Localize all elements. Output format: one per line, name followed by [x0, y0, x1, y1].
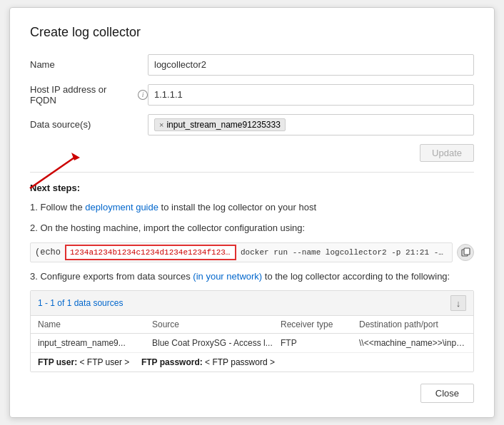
datasource-input[interactable]: × input_stream_name91235333: [148, 114, 474, 135]
create-log-collector-dialog: Create log collector Name Host IP addres…: [9, 7, 495, 419]
host-row: Host IP address or FQDN i: [30, 84, 474, 106]
command-prefix: (echo: [31, 245, 65, 260]
col-header-name: Name: [38, 319, 152, 329]
ftp-user-label: FTP user:: [38, 357, 77, 367]
col-header-receiver: Receiver type: [281, 319, 359, 329]
dialog-title: Create log collector: [30, 25, 474, 40]
cell-source: Blue Coat ProxySG - Access l...: [152, 338, 281, 348]
download-icon[interactable]: ↓: [450, 295, 466, 311]
col-header-source: Source: [152, 319, 281, 329]
dialog-footer: Close: [30, 384, 474, 403]
name-row: Name: [30, 54, 474, 76]
datasource-tag: × input_stream_name91235333: [154, 118, 286, 131]
divider: [30, 172, 474, 173]
table-row: input_stream_name9... Blue Coat ProxySG …: [31, 334, 473, 353]
host-info-icon[interactable]: i: [138, 90, 148, 100]
cell-receiver: FTP: [281, 338, 359, 348]
datasource-row: Data source(s) × input_stream_name912353…: [30, 114, 474, 135]
ftp-info-row: FTP user: < FTP user > FTP password: < F…: [31, 353, 473, 372]
command-row: (echo 1234a1234b1234c1234d1234e1234f1234…: [30, 242, 474, 262]
command-highlight: 1234a1234b1234c1234d1234e1234f1234g1234h…: [65, 245, 236, 260]
step-3: 3. Configure exports from data sources (…: [30, 270, 474, 284]
ftp-user-value: < FTP user >: [79, 357, 129, 367]
update-row: Update: [30, 144, 474, 162]
host-label: Host IP address or FQDN i: [30, 84, 148, 106]
datasource-label: Data source(s): [30, 119, 148, 130]
cell-name: input_stream_name9...: [38, 338, 152, 348]
update-button[interactable]: Update: [420, 144, 474, 162]
pagination-label: 1 - 1 of 1 data sources: [38, 298, 123, 308]
step-2: 2. On the hosting machine, import the co…: [30, 221, 474, 235]
next-steps-title: Next steps:: [30, 183, 474, 193]
col-header-destination: Destination path/port: [359, 319, 466, 329]
network-link[interactable]: (in your network): [193, 271, 262, 282]
name-input[interactable]: [148, 54, 474, 76]
table-column-headers: Name Source Receiver type Destination pa…: [31, 316, 473, 334]
command-suffix: docker run --name logcollector2 -p 21:21…: [236, 245, 452, 260]
name-label: Name: [30, 59, 148, 70]
host-input[interactable]: [148, 84, 474, 106]
close-button[interactable]: Close: [420, 384, 474, 403]
cell-destination: \\<<machine_name>>\input_stre...: [359, 338, 466, 348]
deployment-guide-link[interactable]: deployment guide: [85, 202, 158, 212]
data-sources-table: 1 - 1 of 1 data sources ↓ Name Source Re…: [30, 290, 474, 372]
step-1: 1. Follow the deployment guide to instal…: [30, 200, 474, 215]
copy-icon[interactable]: [457, 244, 474, 261]
command-box: (echo 1234a1234b1234c1234d1234e1234f1234…: [30, 242, 453, 262]
svg-rect-1: [464, 248, 470, 255]
table-header: 1 - 1 of 1 data sources ↓: [31, 291, 473, 316]
ftp-password-value: < FTP password >: [205, 357, 275, 367]
ftp-password-label: FTP password:: [141, 357, 203, 367]
tag-close-icon[interactable]: ×: [159, 121, 163, 129]
